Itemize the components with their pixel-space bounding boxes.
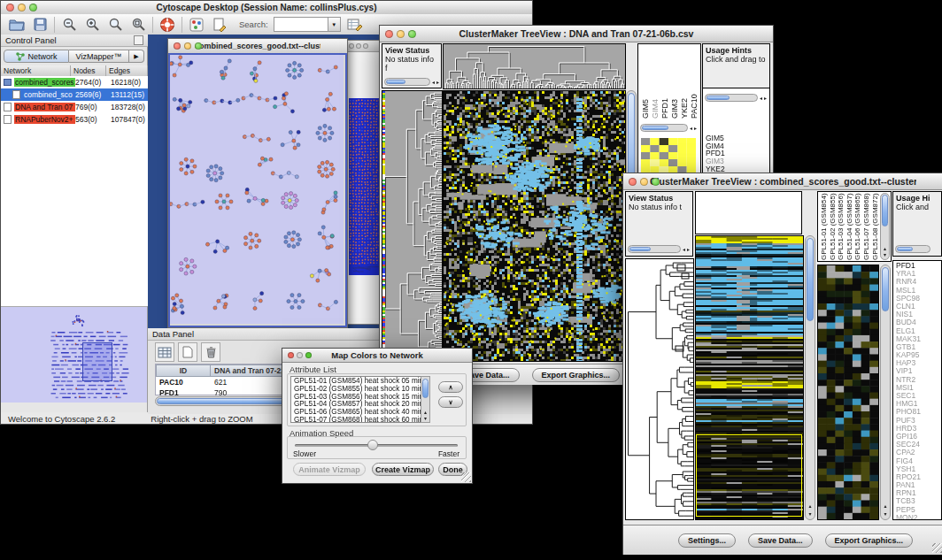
array-column-label[interactable]: GPL51-04 (GSM857) [845, 193, 854, 260]
zoom-vscrollbar[interactable]: ▴ ▾ [880, 265, 891, 520]
resize-grip[interactable] [932, 543, 942, 553]
matrix-column-label[interactable]: GIM4 [651, 48, 660, 119]
labels-vscrollbar[interactable]: ▴ ▾ [880, 193, 890, 260]
open-session-button[interactable] [8, 16, 26, 34]
scroll-down-icon[interactable]: ▾ [421, 416, 429, 421]
treeview2-button[interactable]: Save Data... [748, 533, 813, 548]
heatmap-canvas[interactable] [696, 236, 803, 519]
close-icon[interactable] [385, 30, 393, 38]
row-dendrogram-pane[interactable] [382, 90, 443, 362]
zoom-icon[interactable] [195, 42, 202, 50]
heatmap-canvas[interactable] [444, 91, 625, 361]
minimize-icon[interactable] [397, 30, 405, 38]
animate-vizmap-button[interactable]: Animate Vizmap [293, 463, 366, 476]
help-lifering-icon[interactable] [158, 16, 176, 34]
zoom-icon[interactable] [305, 352, 312, 358]
float-panel-icon[interactable] [134, 35, 143, 45]
minimize-icon[interactable] [18, 4, 26, 12]
id-column-header[interactable]: ID [156, 364, 211, 377]
attribute-list-vscrollbar[interactable]: ▴ ▾ [421, 376, 430, 423]
network-row[interactable]: RNAPuberNov2+ 563(0) 107847(0) [1, 113, 148, 126]
dense-network-canvas[interactable] [349, 98, 381, 275]
heatmap-pane[interactable] [443, 90, 626, 362]
attribute-list[interactable]: GPL51-01 (GSM854) heat shock 05 minGPL51… [290, 376, 430, 423]
close-icon[interactable] [288, 352, 294, 358]
row-dendrogram-pane[interactable] [625, 258, 694, 520]
minimize-icon[interactable] [297, 352, 303, 358]
scroll-up-icon[interactable]: ▴ [881, 246, 889, 251]
labels-hscrollbar[interactable]: ◂▸ [640, 124, 697, 132]
close-icon[interactable] [629, 178, 637, 186]
tab-network[interactable]: Network [4, 50, 69, 63]
matrix-column-label[interactable]: YKE2 [680, 48, 689, 119]
treeview1-button[interactable]: Export Graphics... [532, 368, 621, 382]
close-icon[interactable] [6, 4, 14, 12]
gene-label-list[interactable]: PFD1YRA1RNR4MSL1SPC98CLN1NIS1BUD4ELG1MAK… [892, 260, 942, 520]
array-column-label[interactable]: GPL51-01 (GSM854) [820, 193, 829, 260]
row-dendrogram-canvas[interactable] [382, 91, 442, 361]
zoom-fit-button[interactable] [106, 16, 124, 34]
close-icon[interactable] [174, 42, 181, 50]
delete-attribute-trash-icon[interactable] [201, 342, 220, 362]
treeview2-titlebar[interactable]: ClusterMaker TreeView : combined_scores_… [623, 173, 942, 190]
tab-vizmapper[interactable]: VizMapper™ [69, 50, 129, 63]
zoom-out-button[interactable] [60, 16, 78, 34]
scroll-down-icon[interactable]: ▾ [881, 252, 889, 257]
matrix-column-label[interactable]: PAC10 [690, 48, 699, 119]
scroll-up-icon[interactable]: ▴ [806, 503, 815, 509]
zoom-heatmap-pane[interactable] [817, 265, 879, 520]
view-status-scrollbar[interactable]: ◂▸ [628, 245, 690, 253]
column-dendrogram-pane[interactable] [443, 43, 626, 89]
annotation-button[interactable] [211, 16, 228, 34]
zoom-in-button[interactable] [83, 16, 101, 34]
scrollbar-thumb[interactable] [807, 238, 814, 321]
minimize-icon[interactable] [640, 178, 648, 186]
column-dendrogram-canvas[interactable] [444, 44, 625, 88]
view-status-scrollbar[interactable]: ◂▸ [384, 78, 439, 86]
zoom-selected-button[interactable] [129, 16, 147, 34]
treeview1-titlebar[interactable]: ClusterMaker TreeView : DNA and Tran 07-… [380, 26, 773, 42]
network-window-titlebar[interactable]: combined_scores_good.txt--cluste... [168, 39, 347, 54]
array-column-label[interactable]: GPL51-02 (GSM855) [829, 193, 838, 260]
array-column-label[interactable]: GPL51-08 (GSM872) [871, 193, 880, 260]
speed-slider-thumb[interactable] [367, 440, 378, 450]
matrix-column-label[interactable]: GIM3 [670, 48, 679, 119]
network-row[interactable]: DNA and Tran 07 769(0) 183728(0) [1, 101, 148, 113]
zoom-icon[interactable] [363, 43, 368, 49]
scroll-up-icon[interactable]: ▴ [421, 410, 429, 415]
table-edit-button[interactable] [346, 16, 364, 34]
main-titlebar[interactable]: Cytoscape Desktop (Session Name: collins… [1, 1, 532, 15]
matrix-column-label[interactable]: PFD1 [660, 48, 669, 119]
column-dendrogram-pane[interactable] [695, 191, 802, 234]
resize-grip[interactable] [461, 472, 471, 482]
scrollbar-thumb[interactable] [882, 267, 889, 311]
usage-hscrollbar[interactable]: ◂▸ [705, 94, 767, 102]
zoom-icon[interactable] [408, 30, 416, 38]
minimize-icon[interactable] [184, 42, 191, 50]
network-overview-canvas[interactable] [1, 307, 147, 403]
search-input[interactable] [274, 17, 328, 32]
zoom-icon[interactable] [652, 178, 660, 186]
array-column-label[interactable]: GPL51-03 (GSM856) [837, 193, 845, 260]
tab-overflow-button[interactable]: ▶ [129, 50, 144, 63]
treeview2-button[interactable]: Settings... [678, 533, 736, 548]
matrix-column-label[interactable]: GIM5 [641, 48, 650, 119]
vizmapper-button[interactable] [188, 16, 205, 34]
scrollbar-thumb[interactable] [882, 195, 888, 226]
create-vizmap-button[interactable]: Create Vizmap [372, 463, 434, 476]
array-column-label[interactable]: GPL51-06 (GSM865) [853, 193, 862, 260]
attribute-table-icon[interactable] [155, 342, 174, 362]
dialog-titlebar[interactable]: Map Colors to Network [282, 349, 472, 363]
usage-scrollbar[interactable] [895, 245, 930, 253]
zoom-icon[interactable] [29, 4, 37, 12]
network-row[interactable]: combined_sco 2569(6) 13112(15) [1, 88, 148, 101]
heatmap-pane[interactable] [695, 235, 804, 520]
scroll-down-icon[interactable]: ▾ [806, 511, 815, 517]
move-down-button[interactable]: ∨ [438, 396, 463, 408]
network-canvas[interactable] [170, 55, 344, 324]
save-session-button[interactable] [31, 16, 49, 34]
minimize-icon[interactable] [356, 43, 361, 49]
row-dendrogram-canvas[interactable] [626, 259, 693, 519]
move-up-button[interactable]: ∧ [438, 381, 463, 393]
gene-label[interactable]: MON2 [896, 514, 941, 520]
